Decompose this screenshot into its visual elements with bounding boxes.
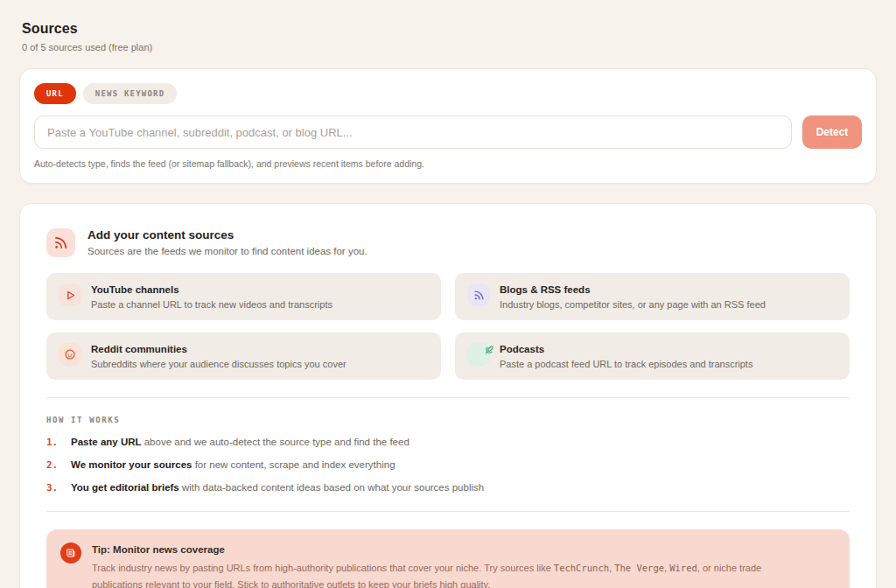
tile-title: Reddit communities [91, 344, 346, 354]
source-type-tiles: YouTube channels Paste a channel URL to … [46, 273, 850, 380]
how-it-works-step: 1. Paste any URL above and we auto-detec… [46, 437, 850, 448]
code-publication: Wired [669, 563, 697, 573]
newspaper-icon [60, 542, 81, 564]
how-it-works-step: 2. We monitor your sources for new conte… [46, 459, 850, 471]
tile-description: Paste a channel URL to track new videos … [91, 299, 332, 310]
tab-news-keyword[interactable]: NEWS KEYWORD [83, 83, 177, 104]
rss-icon [467, 284, 490, 306]
tile-title: YouTube channels [91, 284, 332, 295]
code-publication: TechCrunch [554, 563, 609, 573]
tile-title: Blogs & RSS feeds [500, 284, 766, 295]
page-title: Sources [22, 21, 877, 37]
detect-button[interactable]: Detect [802, 116, 862, 149]
divider [46, 511, 850, 512]
step-lead: Paste any URL [71, 437, 142, 447]
rss-icon [46, 228, 75, 257]
step-number: 1. [46, 437, 62, 448]
tile-blogs-rss: Blogs & RSS feeds Industry blogs, compet… [455, 273, 850, 320]
step-number: 3. [46, 482, 62, 494]
url-input-row: Detect [34, 116, 862, 149]
tab-url[interactable]: URL [34, 83, 76, 104]
step-lead: We monitor your sources [71, 459, 192, 470]
source-type-tabs: URL NEWS KEYWORD [34, 83, 862, 104]
step-lead: You get editorial briefs [71, 482, 179, 493]
url-input[interactable] [34, 116, 792, 149]
tile-description: Paste a podcast feed URL to track episod… [500, 359, 752, 369]
code-publication: The Verge [614, 563, 664, 573]
page-header: Sources 0 of 5 sources used (free plan) [19, 21, 877, 52]
reddit-icon [59, 343, 81, 366]
how-it-works-step: 3. You get editorial briefs with data-ba… [46, 482, 850, 494]
tip-body: Track industry news by pasting URLs from… [92, 560, 801, 588]
info-header-text: Add your content sources Sources are the… [88, 228, 368, 256]
info-subtitle: Sources are the feeds we monitor to find… [88, 246, 368, 256]
url-detect-card: URL NEWS KEYWORD Detect Auto-detects typ… [19, 68, 877, 184]
tile-podcasts: Podcasts Paste a podcast feed URL to tra… [455, 332, 850, 380]
info-title: Add your content sources [88, 228, 368, 242]
how-it-works-label: HOW IT WORKS [46, 416, 850, 424]
tile-reddit-communities: Reddit communities Subreddits where your… [46, 332, 441, 380]
tip-title: Tip: Monitor news coverage [92, 544, 801, 555]
microphone-icon [467, 343, 490, 366]
tile-description: Industry blogs, competitor sites, or any… [500, 299, 766, 310]
content-sources-card: Add your content sources Sources are the… [19, 203, 877, 588]
tip-content: Tip: Monitor news coverage Track industr… [92, 542, 801, 588]
step-number: 2. [46, 459, 62, 471]
youtube-play-icon [59, 284, 81, 306]
sources-page: Sources 0 of 5 sources used (free plan) … [0, 0, 896, 588]
tile-title: Podcasts [500, 344, 752, 354]
detect-helper-text: Auto-detects type, finds the feed (or si… [34, 158, 862, 169]
info-header: Add your content sources Sources are the… [46, 228, 850, 257]
step-rest: for new content, scrape and index everyt… [192, 459, 395, 470]
tile-description: Subreddits where your audience discusses… [91, 359, 346, 369]
divider [46, 397, 850, 398]
how-it-works-section: HOW IT WORKS 1. Paste any URL above and … [46, 416, 850, 494]
step-rest: with data-backed content ideas based on … [179, 482, 484, 493]
usage-subtitle: 0 of 5 sources used (free plan) [22, 42, 877, 52]
tile-youtube-channels: YouTube channels Paste a channel URL to … [46, 273, 441, 320]
tip-box: Tip: Monitor news coverage Track industr… [46, 529, 850, 588]
step-rest: above and we auto-detect the source type… [142, 437, 410, 447]
